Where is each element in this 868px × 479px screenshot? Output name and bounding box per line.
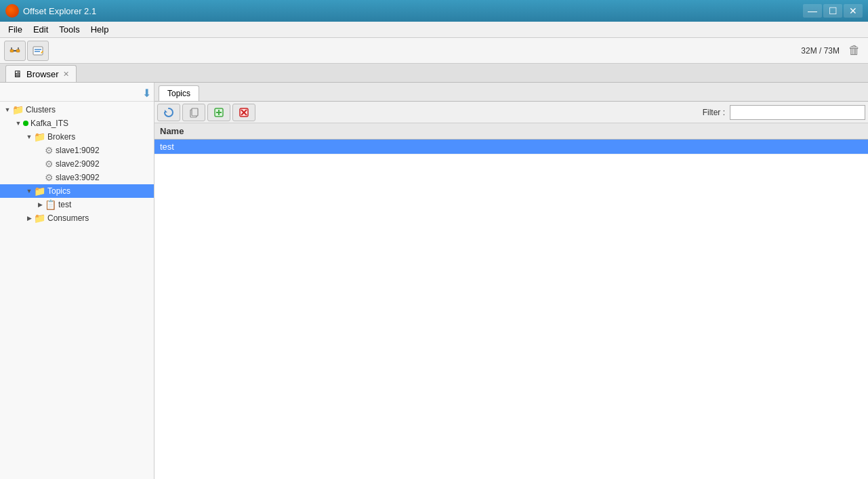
- label-clusters: Clusters: [26, 105, 56, 114]
- window-controls: — ☐ ✕: [803, 4, 863, 18]
- tree-item-topics[interactable]: ▼ 📁 Topics: [0, 184, 154, 198]
- panel-tabbar: Topics: [154, 83, 868, 102]
- table-header: Name: [154, 123, 868, 140]
- label-slave2: slave2:9092: [56, 159, 100, 169]
- copy-button[interactable]: [182, 104, 205, 121]
- app-icon: [5, 4, 19, 18]
- row-name-test: test: [160, 142, 174, 152]
- gc-button[interactable]: 🗑: [845, 41, 864, 60]
- expander-test-topic[interactable]: ▶: [35, 201, 45, 208]
- icon-test-topic: 📋: [45, 199, 56, 210]
- label-kafka-its: Kafka_ITS: [30, 119, 68, 128]
- memory-usage: 32M / 73M: [797, 46, 844, 56]
- tree-item-slave2[interactable]: ⚙ slave2:9092: [0, 157, 154, 171]
- browser-tab-close[interactable]: ✕: [63, 70, 69, 79]
- tree-item-consumers[interactable]: ▶ 📁 Consumers: [0, 211, 154, 225]
- add-button[interactable]: [207, 104, 230, 121]
- svg-rect-1: [16, 49, 20, 52]
- topics-tab[interactable]: Topics: [159, 85, 199, 101]
- sidebar-down-arrow[interactable]: ⬇: [142, 87, 151, 100]
- label-slave1: slave1:9092: [56, 146, 100, 155]
- app-title: Offset Explorer 2.1: [23, 6, 803, 16]
- icon-brokers: 📁: [34, 131, 45, 142]
- table-row[interactable]: test: [154, 140, 868, 154]
- label-slave3: slave3:9092: [56, 173, 100, 182]
- expander-clusters[interactable]: ▼: [3, 106, 12, 113]
- copy-icon: [188, 106, 200, 119]
- sidebar-toolbar: ⬇: [0, 85, 154, 102]
- label-test-topic: test: [58, 200, 71, 209]
- icon-slave3: ⚙: [45, 172, 54, 183]
- close-button[interactable]: ✕: [844, 4, 863, 18]
- svg-rect-0: [10, 49, 14, 52]
- connect-icon: [9, 45, 21, 57]
- delete-button[interactable]: [232, 104, 255, 121]
- main-toolbar: 32M / 73M 🗑: [0, 38, 868, 64]
- column-name: Name: [160, 126, 184, 136]
- tree-item-kafka-its[interactable]: ▼ Kafka_ITS: [0, 117, 154, 130]
- expander-kafka-its[interactable]: ▼: [14, 120, 23, 127]
- right-panel: Topics: [154, 83, 868, 479]
- tree-item-brokers[interactable]: ▼ 📁 Brokers: [0, 130, 154, 144]
- label-topics: Topics: [47, 186, 70, 196]
- label-consumers: Consumers: [47, 213, 89, 223]
- menubar: File Edit Tools Help: [0, 22, 868, 38]
- expander-topics[interactable]: ▼: [24, 188, 34, 194]
- tabbar: 🖥 Browser ✕: [0, 64, 868, 83]
- browser-tab-icon: 🖥: [13, 68, 22, 79]
- menu-edit[interactable]: Edit: [28, 23, 54, 37]
- edit-button[interactable]: [27, 41, 49, 61]
- tree-item-clusters[interactable]: ▼ 📁 Clusters: [0, 103, 154, 117]
- edit-icon: [32, 45, 44, 57]
- icon-consumers: 📁: [34, 213, 45, 224]
- topics-table: Name test: [154, 123, 868, 479]
- add-icon: [213, 106, 225, 119]
- titlebar: Offset Explorer 2.1 — ☐ ✕: [0, 0, 868, 22]
- browser-tab-label: Browser: [26, 69, 59, 79]
- tree-item-slave1[interactable]: ⚙ slave1:9092: [0, 144, 154, 157]
- tree-item-test-topic[interactable]: ▶ 📋 test: [0, 198, 154, 211]
- panel-toolbar: Filter :: [154, 102, 868, 123]
- expander-brokers[interactable]: ▼: [24, 133, 34, 140]
- tree-item-slave3[interactable]: ⚙ slave3:9092: [0, 171, 154, 184]
- connect-button[interactable]: [4, 41, 26, 61]
- menu-help[interactable]: Help: [85, 23, 115, 37]
- menu-file[interactable]: File: [3, 23, 28, 37]
- filter-label: Filter :: [703, 108, 725, 117]
- svg-rect-5: [33, 47, 43, 55]
- browser-tab[interactable]: 🖥 Browser ✕: [5, 65, 77, 82]
- main-content: ⬇ ▼ 📁 Clusters ▼ Kafka_ITS ▼ 📁 Brokers: [0, 83, 868, 479]
- minimize-button[interactable]: —: [803, 4, 822, 18]
- label-brokers: Brokers: [47, 132, 75, 142]
- refresh-button[interactable]: [157, 104, 180, 121]
- expander-consumers[interactable]: ▶: [24, 215, 34, 222]
- icon-slave2: ⚙: [45, 159, 54, 169]
- menu-tools[interactable]: Tools: [54, 23, 85, 37]
- maximize-button[interactable]: ☐: [823, 4, 842, 18]
- refresh-icon: [163, 106, 175, 119]
- icon-slave1: ⚙: [45, 145, 54, 156]
- icon-clusters: 📁: [12, 104, 24, 115]
- icon-topics: 📁: [34, 186, 45, 196]
- sidebar: ⬇ ▼ 📁 Clusters ▼ Kafka_ITS ▼ 📁 Brokers: [0, 83, 154, 479]
- svg-rect-11: [192, 108, 198, 116]
- delete-icon: [238, 106, 250, 119]
- svg-marker-9: [165, 110, 167, 112]
- filter-input[interactable]: [730, 105, 865, 120]
- status-dot-green: [23, 121, 28, 126]
